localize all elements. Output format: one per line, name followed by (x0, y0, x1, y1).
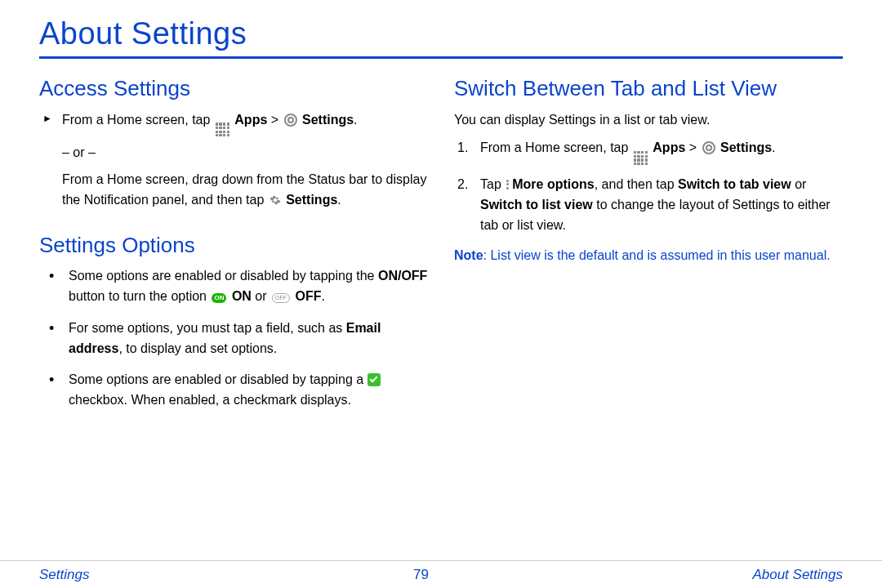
footer-page-number: 79 (413, 567, 429, 583)
text: . (337, 193, 341, 207)
page-footer: Settings 79 About Settings (0, 560, 882, 588)
access-settings-heading: Access Settings (39, 75, 428, 102)
settings-options-list: Some options are enabled or disabled by … (39, 266, 428, 411)
title-rule (39, 56, 843, 59)
left-column: Access Settings From a Home screen, tap … (39, 69, 428, 422)
text: button to turn the option (69, 289, 210, 303)
apps-grid-icon (216, 122, 229, 136)
apps-label: Apps (234, 113, 267, 127)
footer-left: Settings (39, 567, 89, 583)
text: Some options are enabled or disabled by … (69, 269, 378, 283)
list-item: Some options are enabled or disabled by … (62, 266, 428, 307)
text: > (685, 140, 700, 154)
text: or (252, 289, 270, 303)
on-toggle-icon: ON (212, 293, 226, 303)
text: From a Home screen, tap (480, 140, 632, 154)
text: From a Home screen, drag down from the S… (62, 172, 426, 207)
settings-label: Settings (302, 113, 354, 127)
page-title: About Settings (39, 16, 843, 51)
settings-circle-icon (284, 114, 297, 127)
switch-list-label: Switch to list view (480, 198, 593, 212)
note: Note: List view is the default and is as… (454, 246, 843, 266)
text: or (791, 177, 807, 191)
more-options-icon (506, 178, 510, 190)
or-separator: – or – (39, 143, 428, 163)
on-label: ON (232, 289, 252, 303)
more-options-label: More options (512, 177, 594, 191)
text: checkbox. When enabled, a checkmark disp… (69, 393, 351, 407)
off-label: OFF (296, 289, 322, 303)
page-content: About Settings Access Settings From a Ho… (0, 0, 882, 554)
list-item: From a Home screen, tap Apps > Settings. (477, 138, 843, 165)
text: , to display and set options. (118, 341, 277, 355)
gear-icon (270, 194, 281, 206)
switch-steps: From a Home screen, tap Apps > Settings.… (454, 138, 843, 235)
text: . (354, 113, 357, 127)
settings-circle-icon (702, 141, 715, 154)
switch-tab-label: Switch to tab view (678, 177, 791, 191)
text: > (267, 113, 282, 127)
apps-grid-icon (634, 151, 648, 165)
access-instruction-2: From a Home screen, drag down from the S… (39, 170, 428, 211)
text: For some options, you must tap a field, … (69, 321, 346, 335)
text: From a Home screen, tap (62, 113, 214, 127)
settings-label: Settings (720, 140, 772, 154)
apps-label: Apps (653, 140, 685, 154)
text: . (772, 140, 775, 154)
two-column-layout: Access Settings From a Home screen, tap … (39, 69, 843, 422)
right-column: Switch Between Tab and List View You can… (454, 69, 843, 422)
list-item: For some options, you must tap a field, … (62, 318, 428, 359)
checkbox-icon (368, 373, 381, 386)
note-label: Note (454, 248, 483, 262)
text: Some options are enabled or disabled by … (69, 372, 368, 386)
text: , and then tap (595, 177, 678, 191)
text: Tap (480, 177, 505, 191)
text: . (322, 289, 325, 303)
footer-right: About Settings (752, 567, 843, 583)
list-item: Tap More options, and then tap Switch to… (477, 175, 843, 235)
settings-options-heading: Settings Options (39, 232, 428, 259)
switch-view-heading: Switch Between Tab and List View (454, 75, 843, 102)
off-toggle-icon: OFF (272, 293, 290, 303)
note-text: : List view is the default and is assume… (483, 248, 831, 262)
list-item: Some options are enabled or disabled by … (62, 370, 428, 411)
switch-intro: You can display Settings in a list or ta… (454, 110, 843, 131)
access-instruction-1: From a Home screen, tap Apps > Settings. (39, 110, 428, 137)
onoff-label: ON/OFF (378, 269, 427, 283)
settings-label: Settings (286, 193, 337, 207)
